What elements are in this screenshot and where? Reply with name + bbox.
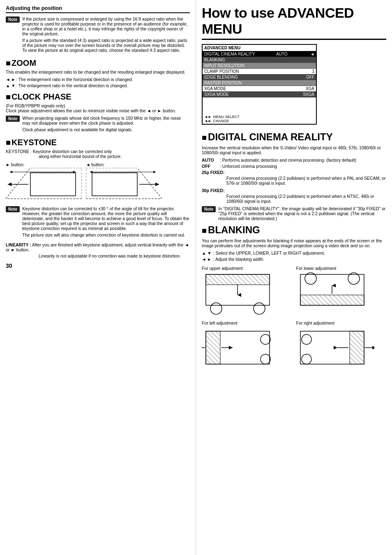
svg-rect-22 (206, 331, 220, 364)
svg-rect-1 (30, 173, 76, 196)
clock-phase-heading: CLOCK PHASE (6, 92, 190, 102)
svg-point-34 (302, 334, 311, 344)
note-bullet-1b: If a picture with the standard (4:3) asp… (22, 38, 190, 53)
note-dcr: Note In "DIGITAL CINEMA REALITY", the im… (202, 206, 386, 221)
svg-point-12 (210, 303, 222, 314)
note-bullet-1a: If the picture size is compressed or enl… (22, 16, 190, 36)
svg-point-27 (261, 354, 270, 364)
note-keystone: Note Keystone distortion can be correcte… (6, 206, 190, 239)
ks-note-bullet-2: The picture size will also change when c… (22, 232, 190, 237)
adv-menu-row-edge: EDGE BLENDINGOFF (203, 74, 316, 80)
svg-rect-5 (92, 173, 137, 196)
adv-menu-row-blanking: BLANKING (203, 57, 316, 63)
blanking-diag-upper: For upper adjustment (202, 266, 292, 316)
blanking-body: You can perform fine adjustments for bla… (202, 238, 386, 248)
note-clock: Note When projecting signals whose dot c… (6, 116, 190, 134)
dcr-options: AUTO : Performs automatic detection and … (202, 158, 386, 204)
svg-point-35 (302, 354, 311, 364)
blanking-diag-left: For left adjustment (202, 320, 292, 371)
svg-marker-33 (372, 346, 374, 349)
clock-phase-sub: (For RGB/YPBPR signals only) (6, 103, 190, 108)
keystone-left-label: ◄ button: (86, 162, 162, 167)
zoom-arrow-1: ◄ ►: The enlargement ratio in the horizo… (6, 77, 190, 82)
ks-note-bullet-1: Keystone distortion can be corrected to … (22, 206, 190, 231)
svg-point-26 (261, 334, 270, 344)
svg-rect-16 (300, 295, 364, 305)
clock-phase-body: Clock phase adjustment allows the user t… (6, 108, 190, 113)
svg-point-13 (254, 303, 265, 314)
keystone-right-label: ► button: (6, 162, 82, 167)
adv-menu-footer: ◄►MENU SELECT ◄►CHANGE (203, 114, 316, 124)
page-number: 30 (6, 262, 190, 269)
keystone-right-diagram (6, 168, 82, 203)
zoom-arrow-2: ▲ ▼: The enlargement ratio in the vertic… (6, 83, 190, 88)
blanking-arrows: ▲ ▼ : Select the UPPER, LOWER, LEFT or R… (202, 251, 386, 262)
adv-menu-row-sxga: SXGA MODESXGA (203, 92, 316, 98)
note-label-clock: Note (6, 116, 20, 122)
main-title: How to use ADVANCED MENU (202, 5, 386, 40)
keystone-desc: KEYSTONE : Keystone distortion can be co… (6, 149, 190, 159)
keystone-left-diagram (86, 168, 162, 203)
keystone-diagrams: ► button: (6, 162, 190, 203)
zoom-heading: ZOOM (6, 58, 190, 68)
adv-menu-row-dcr: DIGITAL CINEMA REALITYAUTO◄ (203, 51, 316, 57)
note-aspect-ratio: Note If the picture size is compressed o… (6, 16, 190, 54)
blanking-heading: BLANKING (202, 224, 386, 236)
note-label-ks: Note (6, 206, 20, 212)
svg-rect-9 (206, 274, 270, 285)
blanking-diagrams: For upper adjustment (202, 266, 386, 371)
keystone-heading: KEYSTONE (6, 138, 190, 147)
adv-menu-header: ADVANCED MENU (203, 45, 316, 51)
zoom-body: This enables the enlargement ratio to be… (6, 70, 190, 74)
blanking-diag-right: For right adjustment (296, 320, 387, 371)
section-title-adjusting: Adjusting the position (6, 5, 190, 13)
note-label-1: Note (6, 16, 20, 23)
advanced-menu-table: ADVANCED MENU DIGITAL CINEMA REALITYAUTO… (202, 44, 317, 125)
blanking-diag-lower: For lower adjustment (296, 266, 387, 316)
adv-menu-row-raster: RASTER POSITION (203, 80, 316, 86)
clock-note-bullet-1: When projecting signals whose dot clock … (22, 116, 190, 125)
note-label-dcr: Note (202, 206, 216, 212)
svg-rect-30 (350, 331, 364, 364)
adv-menu-row-input-res: INPUT RESOLUTION (203, 63, 316, 69)
dcr-note-text: In "DIGITAL CINEMA REALITY", the image q… (218, 206, 386, 221)
dcr-body: Increase the vertical resolution when th… (202, 145, 386, 155)
adv-menu-row-xga: XGA MODEXGA (203, 86, 316, 92)
dcr-heading: DIGITAL CINEMA REALITY (202, 131, 386, 143)
adv-menu-row-clamp: CLAMP POSITION1 (203, 69, 316, 74)
clock-note-bullet-2: Clock phase adjustment is not available … (22, 127, 190, 132)
linearity-section: LINEARITY : After you are finished with … (6, 242, 190, 258)
